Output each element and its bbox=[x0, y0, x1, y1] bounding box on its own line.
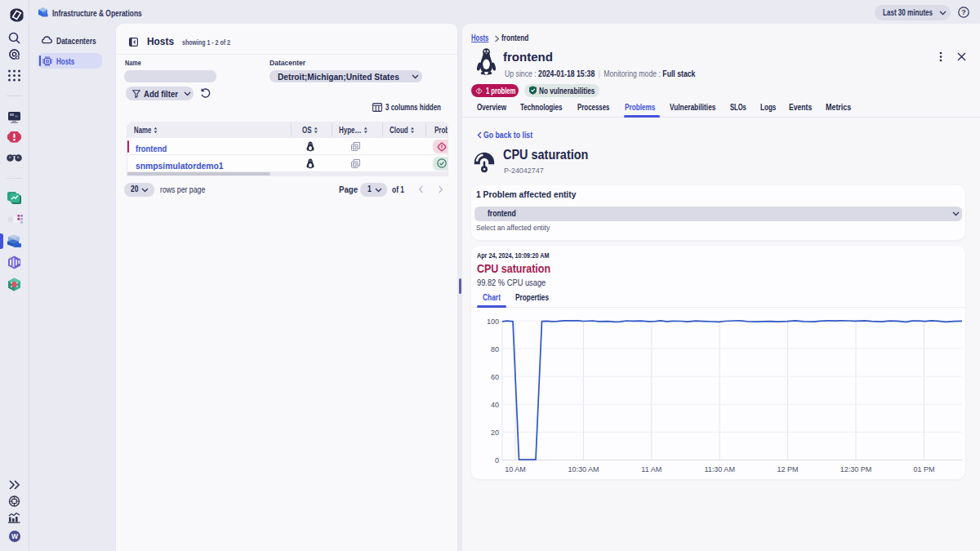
svg-text:60: 60 bbox=[491, 373, 499, 381]
svg-text:80: 80 bbox=[491, 345, 499, 353]
svg-text:12:30 PM: 12:30 PM bbox=[840, 465, 872, 473]
svg-text:01 PM: 01 PM bbox=[913, 465, 934, 473]
svg-text:11 AM: 11 AM bbox=[641, 465, 662, 473]
svg-text:11:30 AM: 11:30 AM bbox=[705, 465, 735, 473]
svg-text:12 PM: 12 PM bbox=[777, 465, 799, 473]
svg-text:100: 100 bbox=[487, 318, 499, 326]
svg-text:W: W bbox=[11, 532, 19, 540]
svg-text:?: ? bbox=[961, 8, 966, 16]
svg-text:10 AM: 10 AM bbox=[505, 465, 526, 473]
svg-text:10:30 AM: 10:30 AM bbox=[568, 465, 599, 473]
svg-text:40: 40 bbox=[491, 401, 499, 409]
svg-text:20: 20 bbox=[491, 429, 499, 437]
svg-text:0: 0 bbox=[495, 456, 499, 464]
